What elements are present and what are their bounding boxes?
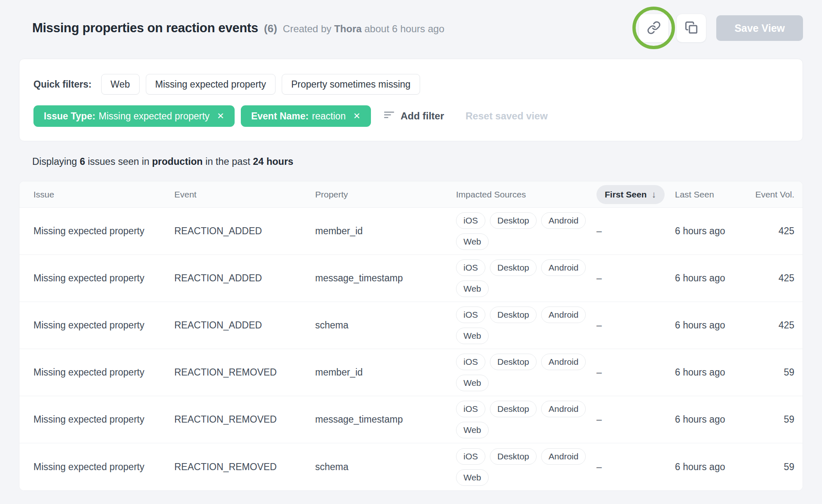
table-row[interactable]: Missing expected property REACTION_ADDED…	[19, 302, 803, 349]
source-badge: Web	[456, 375, 489, 391]
results-summary: Displaying 6 issues seen in production i…	[32, 156, 803, 167]
source-badge: Desktop	[490, 448, 537, 465]
issue-cell: Missing expected property	[33, 367, 174, 378]
event-vol-cell: 59	[745, 461, 794, 473]
first-seen-cell: –	[596, 461, 675, 473]
source-badge: Android	[541, 307, 586, 323]
source-badge: Desktop	[490, 259, 537, 276]
filters-panel: Quick filters: Web Missing expected prop…	[19, 59, 803, 141]
sort-descending-icon: ↓	[652, 189, 656, 200]
quick-filters-label: Quick filters:	[33, 79, 92, 90]
source-badge: iOS	[456, 212, 485, 229]
duplicate-view-button[interactable]	[676, 14, 706, 43]
title-area: Missing properties on reaction events (6…	[32, 21, 444, 36]
source-badge: iOS	[456, 401, 485, 417]
remove-filter-icon[interactable]: ✕	[353, 111, 361, 121]
event-cell: REACTION_REMOVED	[174, 461, 315, 473]
event-vol-cell: 425	[745, 273, 794, 284]
author-name: Thora	[334, 23, 362, 34]
event-cell: REACTION_ADDED	[174, 320, 315, 331]
source-badge: Android	[541, 448, 586, 465]
event-vol-cell: 425	[745, 320, 794, 331]
event-vol-cell: 425	[745, 226, 794, 237]
event-vol-cell: 59	[745, 414, 794, 425]
source-badge: Desktop	[490, 212, 537, 229]
summary-count: 6	[80, 156, 85, 167]
last-seen-cell: 6 hours ago	[675, 367, 745, 378]
quick-filter-missing-expected-property[interactable]: Missing expected property	[146, 74, 276, 95]
created-by-meta: Created by Thora about 6 hours ago	[283, 23, 444, 35]
property-cell: member_id	[315, 367, 456, 378]
add-filter-button[interactable]: Add filter	[384, 109, 444, 123]
event-vol-cell: 59	[745, 367, 794, 378]
impacted-sources-cell: iOS Desktop Android Web	[456, 307, 587, 344]
source-badge: Desktop	[490, 401, 537, 417]
summary-text: issues seen in	[88, 156, 150, 167]
event-cell: REACTION_ADDED	[174, 273, 315, 284]
issue-cell: Missing expected property	[33, 320, 174, 331]
copy-link-button[interactable]	[639, 14, 669, 43]
quick-filters-row: Quick filters: Web Missing expected prop…	[33, 74, 789, 95]
filter-chip-issue-type[interactable]: Issue Type: Missing expected property ✕	[33, 105, 235, 127]
column-header-property: Property	[315, 190, 456, 200]
issue-cell: Missing expected property	[33, 226, 174, 237]
source-badge: Web	[456, 233, 489, 250]
source-badge: Desktop	[490, 307, 537, 323]
last-seen-cell: 6 hours ago	[675, 226, 745, 237]
table-row[interactable]: Missing expected property REACTION_REMOV…	[19, 443, 803, 490]
sort-pill-first-seen[interactable]: First Seen ↓	[596, 185, 665, 204]
issue-cell: Missing expected property	[33, 414, 174, 425]
source-badge: Android	[541, 212, 586, 229]
quick-filter-web[interactable]: Web	[101, 74, 140, 95]
event-cell: REACTION_REMOVED	[174, 414, 315, 425]
add-filter-label: Add filter	[401, 110, 444, 122]
first-seen-cell: –	[596, 414, 675, 425]
property-cell: schema	[315, 461, 456, 473]
table-row[interactable]: Missing expected property REACTION_ADDED…	[19, 255, 803, 302]
last-seen-cell: 6 hours ago	[675, 320, 745, 331]
impacted-sources-cell: iOS Desktop Android Web	[456, 448, 587, 486]
source-badge: Android	[541, 401, 586, 417]
last-seen-cell: 6 hours ago	[675, 273, 745, 284]
impacted-sources-cell: iOS Desktop Android Web	[456, 401, 587, 438]
property-cell: message_timestamp	[315, 414, 456, 425]
property-cell: message_timestamp	[315, 273, 456, 284]
event-cell: REACTION_REMOVED	[174, 367, 315, 378]
page-title: Missing properties on reaction events	[32, 21, 258, 36]
summary-environment: production	[152, 156, 203, 167]
table-header-row: Issue Event Property Impacted Sources Fi…	[19, 181, 803, 208]
source-badge: Desktop	[490, 354, 537, 370]
source-badge: iOS	[456, 354, 485, 370]
active-filters-row: Issue Type: Missing expected property ✕ …	[33, 105, 789, 127]
column-header-event-vol: Event Vol.	[745, 190, 794, 200]
source-badge: iOS	[456, 307, 485, 323]
column-header-last-seen: Last Seen	[675, 190, 745, 200]
reset-saved-view-button[interactable]: Reset saved view	[466, 110, 548, 122]
saved-view-page: Missing properties on reaction events (6…	[0, 0, 822, 504]
table-row[interactable]: Missing expected property REACTION_REMOV…	[19, 396, 803, 443]
impacted-sources-cell: iOS Desktop Android Web	[456, 259, 587, 297]
source-badge: Web	[456, 281, 489, 297]
table-row[interactable]: Missing expected property REACTION_REMOV…	[19, 349, 803, 396]
save-view-button[interactable]: Save View	[716, 15, 803, 41]
filter-chip-event-name[interactable]: Event Name: reaction ✕	[241, 105, 371, 127]
source-badge: iOS	[456, 448, 485, 465]
source-badge: Web	[456, 328, 489, 344]
summary-text: in the past	[205, 156, 250, 167]
filter-chip-value: reaction	[312, 111, 346, 122]
event-cell: REACTION_ADDED	[174, 226, 315, 237]
column-header-impacted-sources: Impacted Sources	[456, 190, 596, 200]
table-row[interactable]: Missing expected property REACTION_ADDED…	[19, 208, 803, 255]
first-seen-cell: –	[596, 273, 675, 284]
issue-cell: Missing expected property	[33, 273, 174, 284]
source-badge: Android	[541, 354, 586, 370]
last-seen-cell: 6 hours ago	[675, 461, 745, 473]
source-badge: Web	[456, 469, 489, 486]
page-header: Missing properties on reaction events (6…	[0, 0, 822, 43]
remove-filter-icon[interactable]: ✕	[217, 111, 224, 121]
issue-count-badge: (6)	[264, 22, 277, 35]
quick-filter-property-sometimes-missing[interactable]: Property sometimes missing	[282, 74, 420, 95]
column-header-event: Event	[174, 190, 315, 200]
summary-text: Displaying	[32, 156, 77, 167]
column-header-issue: Issue	[33, 190, 174, 200]
